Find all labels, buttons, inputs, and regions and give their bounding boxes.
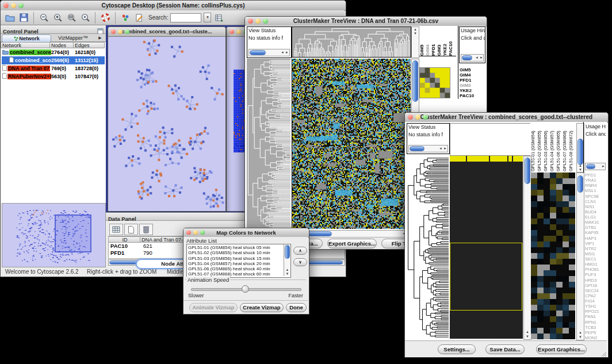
zoom-button[interactable] [200, 230, 205, 235]
gene-label[interactable]: GIM4 [460, 72, 484, 78]
minimize-button[interactable] [193, 230, 198, 235]
tv1-heatmap-canvas[interactable] [292, 59, 411, 229]
scroll-up-icon[interactable]: ▲ [412, 28, 419, 31]
tv2-vscrollbar[interactable]: ▲ ▼ [523, 156, 531, 340]
gene-label[interactable]: HAP3 [585, 236, 606, 241]
gene-label[interactable]: MSL1 [585, 188, 606, 193]
tv2-zoom-heatmap-canvas[interactable] [531, 173, 576, 339]
scroll-down-icon[interactable]: ▼ [284, 272, 290, 275]
zoom-button[interactable] [125, 29, 129, 34]
network-table-row[interactable]: combined_scores 2764(0) 16218(0) [2, 48, 105, 56]
gene-label[interactable]: HMG1 [585, 262, 606, 267]
scroll-down-icon[interactable]: ▼ [524, 335, 531, 338]
gene-label[interactable]: PAC10 [460, 93, 484, 98]
tv1-similarity-matrix[interactable] [419, 67, 450, 98]
gene-label[interactable]: VIP1 [585, 241, 606, 246]
gene-label[interactable]: HRD3 [585, 278, 606, 283]
minimize-button[interactable] [236, 29, 241, 34]
minimize-button[interactable] [11, 3, 16, 8]
gene-label[interactable]: MAK31 [585, 220, 606, 225]
gene-label[interactable]: FIG4 [585, 298, 606, 304]
new-attribute-icon[interactable] [124, 224, 138, 235]
tab-overflow-icon[interactable]: ▶ [96, 35, 104, 41]
scrollbar-thumb[interactable] [577, 139, 583, 165]
tv1-label-scrollbar[interactable]: ▲ ▼ [411, 26, 419, 58]
network-overview-canvas[interactable] [2, 203, 106, 267]
gene-label[interactable]: YSH1 [585, 304, 606, 309]
tv2-zoom-vscrollbar[interactable]: ▲ ▼ [576, 173, 584, 340]
network-table-row[interactable]: DNA and Tran 07 769(0) 183728(0) [2, 64, 105, 72]
attribute-listbox[interactable]: GPL51-01 (GSM854) heat shock 05 minGPL51… [186, 244, 291, 278]
move-down-button[interactable]: ∨ [293, 258, 307, 266]
main-title-bar[interactable]: Cytoscape Desktop (Session Name: collins… [1, 1, 346, 11]
gene-label[interactable]: MSI1 [585, 251, 606, 256]
tv1-column-dendrogram[interactable] [292, 26, 411, 58]
export-graphics-button[interactable]: Export Graphics... [536, 344, 587, 354]
gene-label[interactable]: GIM5 [460, 67, 484, 72]
speed-slider-thumb[interactable] [242, 285, 249, 293]
close-button[interactable] [408, 114, 413, 120]
scroll-right-icon[interactable]: ► [602, 163, 605, 169]
attribute-item[interactable]: GPL51-02 (GSM855) heat shock 10 min [188, 250, 289, 255]
tv2-column-tree-panel[interactable] [450, 123, 531, 156]
scroll-left-icon[interactable]: ◄ [475, 55, 479, 60]
gene-label[interactable]: RPO21 [585, 309, 606, 314]
scrollbar-thumb[interactable] [250, 50, 266, 55]
done-button[interactable]: Done [286, 303, 307, 312]
scroll-down-icon[interactable]: ▼ [412, 32, 419, 35]
save-data-button[interactable]: Save Data... [485, 344, 525, 354]
animate-vizmap-button[interactable]: Animate Vizmap [189, 303, 238, 312]
move-up-button[interactable]: ∧ [293, 247, 307, 255]
column-label[interactable]: GIM4 [425, 26, 431, 56]
close-button[interactable] [230, 29, 234, 34]
resize-grip[interactable] [600, 351, 606, 357]
minimize-button[interactable] [118, 29, 123, 34]
settings-button[interactable]: Settings... [438, 344, 476, 354]
attribute-item[interactable]: GPL51-01 (GSM854) heat shock 05 min [188, 245, 289, 250]
zoom-selected-icon[interactable] [66, 12, 77, 24]
scroll-down-icon[interactable]: ▼ [577, 335, 584, 339]
scrollbar-thumb[interactable] [586, 164, 595, 169]
tab-network[interactable]: Network [2, 35, 51, 43]
gene-label[interactable]: GPI16 [585, 283, 606, 288]
scroll-up-icon[interactable]: ▲ [577, 331, 584, 334]
gene-label[interactable]: RNR4 [585, 183, 606, 188]
zoom-actual-icon[interactable] [79, 12, 91, 24]
annotation-icon[interactable] [133, 12, 145, 24]
export-graphics-button[interactable]: Export Graphics... [327, 239, 377, 248]
column-label[interactable]: GIM5 [419, 26, 425, 56]
column-label[interactable]: YKE2 [442, 26, 448, 56]
gene-label[interactable]: SEC24 [585, 288, 606, 293]
gene-label[interactable]: CLN1 [585, 199, 606, 204]
close-button[interactable] [186, 230, 191, 235]
gene-label[interactable]: PFD1 [585, 173, 606, 178]
tv1-row-dendrogram[interactable] [247, 59, 290, 229]
gene-label[interactable]: GIM3 [460, 83, 484, 88]
attribute-select-icon[interactable] [109, 224, 123, 235]
zoom-button[interactable] [263, 18, 268, 24]
tv2-row-dendrogram[interactable] [407, 156, 449, 339]
scrollbar-thumb[interactable] [525, 158, 530, 184]
scroll-left-icon[interactable]: ◄ [439, 145, 442, 151]
gene-label[interactable]: CPA2 [585, 293, 606, 298]
attribute-list-vscrollbar[interactable]: ▲ ▼ [284, 244, 290, 276]
column-label[interactable]: GPL51-08 (GSM872) [568, 123, 575, 171]
scroll-right-icon[interactable]: ► [480, 55, 483, 60]
tv1-gene-list[interactable]: GIM5GIM4PFD1GIM3YKE2PAC10 [460, 67, 484, 99]
gene-label[interactable]: KAP95 [585, 230, 606, 235]
scroll-right-icon[interactable]: ► [285, 49, 289, 55]
attribute-item[interactable]: GPL51-04 (GSM857) heat shock 20 min [188, 261, 289, 266]
save-session-icon[interactable] [18, 12, 29, 24]
column-label[interactable]: GPL51-07 (GSM868) [562, 123, 568, 171]
gene-label[interactable]: SEC1 [585, 256, 606, 262]
minimize-button[interactable] [415, 114, 420, 120]
tv2-column-labels[interactable]: GPL51-01 (GSM854)GPL51-02 (GSM855)GPL51-… [530, 123, 576, 171]
open-session-icon[interactable] [4, 12, 16, 24]
column-label[interactable]: PAC10 [448, 26, 454, 56]
zoom-button[interactable] [18, 3, 24, 8]
tv1-column-labels[interactable]: GIM5GIM4PFD1GIM3YKE2PAC10 [419, 26, 456, 56]
gene-label[interactable]: PHO81 [585, 267, 606, 272]
help-lifering-icon[interactable] [100, 12, 111, 24]
close-button[interactable] [3, 3, 9, 8]
network-table-row[interactable]: RNAPuberNov2+I 563(0) 107847(0) [2, 72, 105, 81]
